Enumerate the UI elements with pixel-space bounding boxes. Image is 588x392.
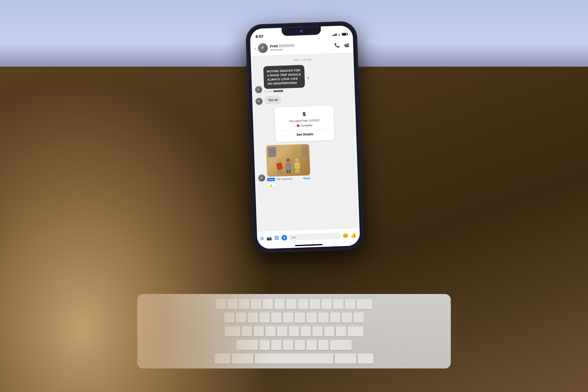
key (336, 326, 346, 336)
signal-bar-2 (334, 34, 334, 36)
sender-name-blur (273, 90, 283, 92)
key (260, 312, 270, 322)
keyboard-keys (141, 298, 447, 364)
phone-icon[interactable]: 📞 (334, 43, 340, 48)
key (357, 299, 372, 309)
signal-bar-4 (336, 33, 337, 36)
key (283, 340, 293, 350)
reaction-row: 👍 + (258, 180, 355, 188)
like-icon[interactable]: 👍 (350, 232, 357, 238)
battery-icon (342, 33, 347, 36)
camera-icon[interactable]: 📷 (266, 236, 272, 241)
volume-up-button (246, 80, 248, 92)
nav-actions: 📞 📹 (334, 42, 349, 48)
key (271, 312, 282, 322)
payment-card: $ You sent Fred Complete See Details (274, 106, 334, 142)
key (330, 312, 340, 322)
key (354, 312, 364, 322)
key (232, 354, 253, 364)
gif-text-content: BUYING SNACKS FORA ROAD TRIP SHOULDALWAY… (267, 68, 302, 86)
status-icons: ▲ (332, 32, 347, 36)
key (306, 312, 317, 322)
key (312, 326, 322, 336)
emoji-icon[interactable]: 😊 (342, 233, 348, 238)
chat-area[interactable]: JUN 1, 1:53 PM F BUYING SNACKS FORA ROAD… (251, 53, 360, 232)
share-icon[interactable]: ⬆ (306, 76, 310, 80)
gif-sender: Jennifer (264, 89, 305, 93)
key (277, 326, 287, 336)
status-time: 8:57 (256, 34, 264, 39)
back-button[interactable]: ‹ (254, 46, 256, 51)
share-icon[interactable]: ⬆ (303, 166, 306, 170)
key (358, 354, 374, 364)
phone: 8:57 ▲ ‹ F (246, 22, 364, 253)
key (224, 326, 240, 336)
sender-avatar: F (255, 86, 262, 93)
figure-3 (294, 158, 301, 172)
key (345, 299, 355, 309)
key (248, 312, 258, 322)
key (324, 326, 334, 336)
gif-text-bubble: BUYING SNACKS FORA ROAD TRIP SHOULDALWAY… (263, 65, 305, 89)
divider (279, 129, 330, 131)
signal-bar-3 (335, 34, 336, 36)
video-icon[interactable]: 📹 (344, 42, 349, 48)
reaction-bubble: 👍 + (267, 183, 276, 187)
key (306, 340, 317, 350)
key (335, 354, 356, 364)
signal-icon (332, 33, 337, 36)
message-row: F (257, 142, 354, 182)
message-row: F Yes sir (256, 93, 352, 105)
key (318, 340, 328, 350)
key (224, 312, 234, 322)
key (283, 312, 293, 322)
recipient-name-blur (309, 119, 320, 122)
message-input[interactable] (288, 232, 341, 241)
figure-1 (276, 158, 283, 172)
phone-screen: 8:57 ▲ ‹ F (250, 25, 360, 249)
key (298, 299, 308, 309)
notch (282, 26, 321, 36)
battery-fill (342, 33, 346, 35)
volume-down-button (246, 65, 248, 76)
key (236, 340, 258, 350)
photos-icon[interactable]: 🖼 (274, 235, 279, 240)
see-details-button[interactable]: See Details (279, 132, 330, 137)
key (214, 354, 230, 364)
date-label: JUN 1, 1:53 PM (254, 57, 350, 63)
key (330, 340, 352, 350)
key (227, 299, 238, 309)
message-row: F BUYING SNACKS FORA ROAD TRIP SHOULDALW… (254, 63, 352, 93)
text-bubble: Yes sir (264, 96, 282, 105)
key (348, 326, 364, 336)
contact-info: Fred Messenger (270, 42, 334, 51)
key (318, 312, 328, 322)
key (254, 326, 264, 336)
contact-avatar: F (258, 43, 268, 53)
gif-source: GIF Keyboard (276, 177, 292, 181)
key (271, 340, 282, 350)
payment-dollar-sign: $ (278, 110, 330, 118)
signal-bar-1 (332, 35, 333, 36)
toolbar: ⊞ 📷 🖼 $ 😊 👍 (257, 228, 360, 249)
reaction-emoji: 👍 (269, 184, 272, 187)
home-indicator (295, 244, 322, 246)
status-indicator (297, 124, 300, 127)
key (263, 299, 273, 309)
payment-icon[interactable]: $ (282, 235, 287, 240)
key (286, 299, 296, 309)
sender-avatar: F (258, 174, 266, 182)
key (216, 299, 226, 309)
key (310, 299, 320, 309)
apps-icon[interactable]: ⊞ (260, 236, 264, 241)
key (295, 312, 305, 322)
key (301, 326, 311, 336)
key (266, 326, 276, 336)
payment-status: Complete (279, 123, 330, 128)
phone-body: 8:57 ▲ ‹ F (246, 22, 364, 253)
key (295, 340, 305, 350)
key (274, 299, 284, 309)
reply-button[interactable]: Reply (304, 176, 310, 180)
wifi-icon: ▲ (338, 33, 341, 36)
gif-reaction-bar: Tenor GIF Keyboard Reply (267, 176, 310, 181)
